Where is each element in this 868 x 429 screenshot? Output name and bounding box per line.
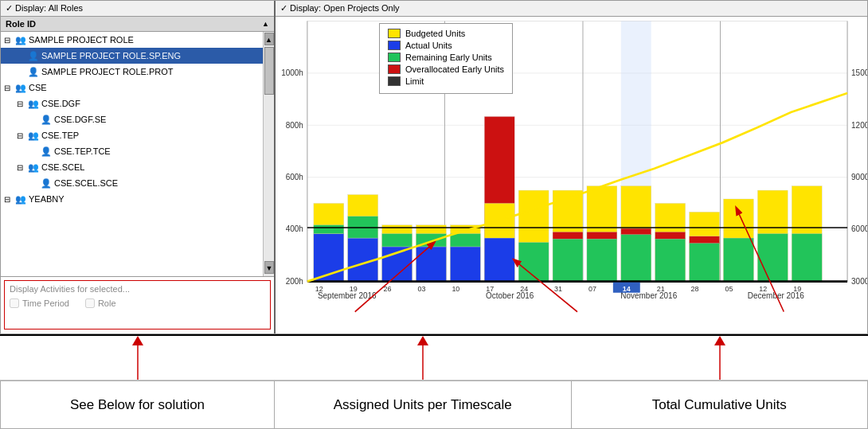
- svg-text:24: 24: [520, 283, 528, 292]
- role-id-column-header: Role ID ▲: [1, 17, 274, 32]
- svg-text:200h: 200h: [286, 276, 303, 285]
- display-all-roles-label: ✓ Display: All Roles: [6, 3, 83, 14]
- legend-limit: Limit: [388, 76, 504, 86]
- bottom-section: See Below for solution Assigned Units pe…: [0, 334, 868, 429]
- svg-text:17: 17: [486, 283, 494, 292]
- group-icon: 👥: [28, 99, 39, 109]
- tree-label: CSE.DGF: [41, 99, 80, 108]
- tree-scrollbar[interactable]: ▲ ▼: [263, 32, 274, 276]
- svg-text:31: 31: [554, 283, 562, 292]
- expand-icon[interactable]: ⊟: [17, 163, 26, 172]
- group-icon: 👥: [15, 194, 26, 205]
- tree-label: CSE.SCEL: [41, 162, 84, 172]
- svg-text:05: 05: [725, 283, 733, 292]
- legend-budgeted: Budgeted Units: [388, 29, 504, 38]
- tree-item-cse-tep[interactable]: ⊟ 👥 CSE.TEP: [1, 127, 274, 143]
- expand-icon[interactable]: ⊟: [4, 195, 14, 204]
- tree-item-cse-dgf-se[interactable]: 👤 CSE.DGF.SE: [1, 111, 274, 127]
- tree-item-yeabny[interactable]: ⊟ 👥 YEABNY: [1, 191, 274, 207]
- person-icon: 👤: [41, 115, 52, 125]
- svg-rect-35: [450, 234, 480, 247]
- svg-rect-62: [792, 234, 822, 282]
- tree-label: CSE.TEP: [41, 131, 79, 140]
- label-box-center: Assigned Units per Timescale: [275, 380, 572, 429]
- group-icon: 👥: [28, 162, 39, 173]
- tree-item-sp-eng[interactable]: 👤 SAMPLE PROJECT ROLE.SP.ENG: [1, 48, 274, 64]
- tree-item-sample-project-role[interactable]: ⊟ 👥 SAMPLE PROJECT ROLE: [1, 32, 274, 48]
- group-icon: 👥: [15, 35, 26, 45]
- legend-color-limit: [388, 76, 401, 86]
- label-row: See Below for solution Assigned Units pe…: [0, 380, 868, 429]
- svg-text:6000h: 6000h: [851, 224, 867, 233]
- svg-rect-42: [553, 238, 583, 282]
- svg-text:12: 12: [315, 283, 323, 292]
- legend-label-remaining: Remaining Early Units: [405, 53, 492, 62]
- legend-color-remaining: [388, 53, 401, 62]
- legend-color-overallocated: [388, 64, 401, 74]
- legend-color-actual: [388, 41, 401, 50]
- see-below-label: See Below for solution: [70, 397, 205, 413]
- expand-icon[interactable]: ⊟: [4, 36, 14, 45]
- checkbox-row: Time Period Role: [10, 298, 265, 308]
- legend-label-actual: Actual Units: [405, 41, 452, 50]
- person-icon: 👤: [41, 178, 52, 189]
- group-icon: 👥: [15, 83, 26, 93]
- role-checkbox-item[interactable]: Role: [85, 298, 116, 308]
- tree-label: CSE.SCEL.SCE: [54, 178, 118, 188]
- chart-area: Budgeted Units Actual Units Remaining Ea…: [276, 17, 867, 333]
- expand-icon[interactable]: ⊟: [17, 131, 26, 140]
- svg-rect-49: [621, 234, 651, 282]
- tree-item-cse[interactable]: ⊟ 👥 CSE: [1, 80, 274, 96]
- svg-rect-58: [723, 238, 753, 282]
- legend-remaining: Remaining Early Units: [388, 53, 504, 62]
- role-label: Role: [98, 298, 116, 308]
- person-icon: 👤: [28, 51, 39, 61]
- svg-rect-45: [587, 238, 617, 282]
- role-checkbox[interactable]: [85, 298, 95, 308]
- expand-icon[interactable]: ⊟: [4, 84, 14, 92]
- role-tree[interactable]: ⊟ 👥 SAMPLE PROJECT ROLE 👤 SAMPLE PROJECT…: [1, 32, 274, 276]
- svg-text:12: 12: [759, 283, 767, 292]
- svg-marker-93: [417, 336, 428, 345]
- expand-icon[interactable]: ⊟: [17, 99, 26, 108]
- expand-icon: [17, 52, 26, 60]
- expand-icon: [29, 147, 39, 156]
- svg-text:12000h: 12000h: [851, 120, 867, 129]
- display-activities-label: Display Activities for selected...: [10, 284, 265, 294]
- expand-icon: [17, 68, 26, 76]
- svg-rect-31: [416, 247, 447, 282]
- display-open-projects-label: ✓ Display: Open Projects Only: [280, 3, 400, 13]
- tree-item-cse-dgf[interactable]: ⊟ 👥 CSE.DGF: [1, 96, 274, 111]
- svg-rect-60: [757, 234, 788, 282]
- legend-overallocated: Overallocated Early Units: [388, 64, 504, 74]
- tree-item-cse-scel[interactable]: ⊟ 👥 CSE.SCEL: [1, 159, 274, 175]
- tree-label: CSE.TEP.TCE: [54, 146, 111, 156]
- label-box-left: See Below for solution: [0, 380, 275, 429]
- right-panel: ✓ Display: Open Projects Only Budgeted U…: [276, 1, 867, 333]
- svg-rect-55: [690, 243, 720, 282]
- svg-rect-50: [621, 228, 651, 235]
- svg-rect-34: [450, 247, 480, 282]
- chart-header: ✓ Display: Open Projects Only: [276, 1, 867, 17]
- tree-item-prot[interactable]: 👤 SAMPLE PROJECT ROLE.PROT: [1, 64, 274, 80]
- total-cumulative-label: Total Cumulative Units: [652, 397, 787, 413]
- legend-actual: Actual Units: [388, 41, 504, 50]
- display-activities-box: Display Activities for selected... Time …: [4, 280, 271, 330]
- time-period-checkbox-item[interactable]: Time Period: [10, 298, 69, 308]
- tree-label: CSE.DGF.SE: [54, 115, 106, 124]
- time-period-checkbox[interactable]: [10, 298, 19, 308]
- left-panel-header: ✓ Display: All Roles: [1, 1, 274, 17]
- svg-text:9000h: 9000h: [851, 173, 867, 181]
- legend-label-budgeted: Budgeted Units: [405, 29, 465, 38]
- svg-text:400h: 400h: [286, 224, 303, 233]
- svg-rect-46: [587, 232, 617, 239]
- left-panel: ✓ Display: All Roles Role ID ▲ ⊟ 👥 SAMPL…: [1, 1, 276, 333]
- tree-label: SAMPLE PROJECT ROLE.SP.ENG: [41, 51, 181, 60]
- tree-item-cse-tep-tce[interactable]: 👤 CSE.TEP.TCE: [1, 143, 274, 159]
- svg-text:10: 10: [452, 283, 459, 292]
- svg-text:19: 19: [793, 283, 801, 292]
- tree-item-cse-scel-sce[interactable]: 👤 CSE.SCEL.SCE: [1, 175, 274, 191]
- left-arrow-svg: [106, 336, 170, 380]
- time-period-label: Time Period: [22, 298, 69, 308]
- tree-label: CSE: [29, 83, 47, 92]
